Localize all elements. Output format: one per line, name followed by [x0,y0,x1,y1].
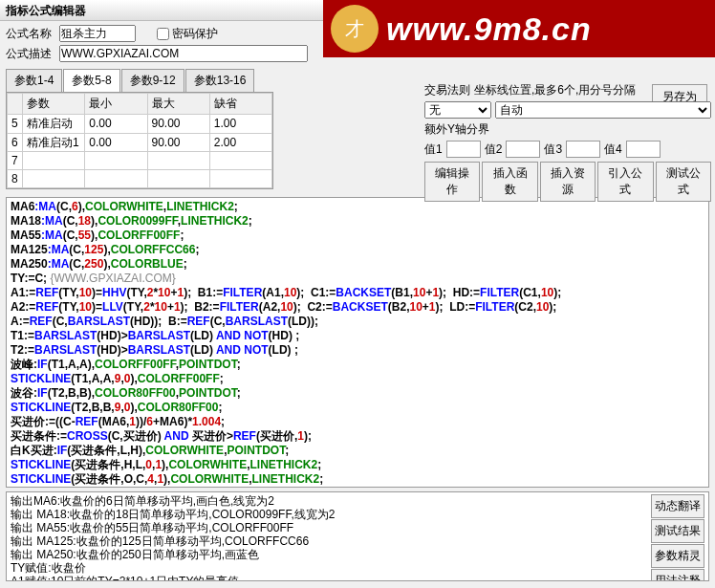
coord-label: 坐标线位置,最多6个,用分号分隔 [474,82,711,98]
output-area: 输出MA6:收盘价的6日简单移动平均,画白色,线宽为2 输出 MA18:收盘价的… [6,491,709,581]
param-name-input[interactable] [27,136,80,149]
tab-params-13-16[interactable]: 参数13-16 [185,69,255,92]
val4-input[interactable] [626,141,661,158]
param-min-input[interactable] [89,136,142,149]
param-wizard-button[interactable]: 参数精灵 [651,544,704,568]
param-min-input[interactable] [89,117,142,130]
output-text: 输出MA6:收盘价的6日简单移动平均,画白色,线宽为2 输出 MA18:收盘价的… [11,494,651,578]
tab-params-5-8[interactable]: 参数5-8 [63,69,119,92]
watermark-url: www.9m8.cn [386,11,592,48]
watermark-banner: 才 www.9m8.cn [323,0,715,57]
desc-label: 公式描述 [6,46,54,62]
param-name-input[interactable] [27,118,80,131]
param-def-input[interactable] [214,136,268,149]
code-editor[interactable]: MA6:MA(C,6),COLORWHITE,LINETHICK2;MA18:M… [6,197,709,488]
param-table: 参数 最小 最大 缺省 5 6 [6,93,273,189]
insert-func-button[interactable]: 插入函数 [482,162,537,202]
param-header-name: 参数 [23,94,85,115]
param-def-input[interactable] [214,117,268,130]
param-row: 5 [8,115,272,134]
tab-params-1-4[interactable]: 参数1-4 [6,69,62,92]
insert-res-button[interactable]: 插入资源 [540,162,596,202]
param-row: 6 [8,133,272,152]
param-row: 8 [8,170,272,188]
param-max-input[interactable] [152,117,206,130]
password-checkbox[interactable] [157,28,169,40]
usage-note-button[interactable]: 用法注释 [651,569,704,581]
val1-input[interactable] [446,141,481,158]
param-header-min: 最小 [85,94,147,115]
param-name-input[interactable] [27,172,80,185]
right-panel: 交易法则 坐标线位置,最多6个,用分号分隔 无 自动 额外Y轴分界 值1 值2 … [424,59,711,202]
param-row: 7 [8,152,272,170]
test-formula-button[interactable]: 测试公式 [656,162,711,202]
param-header-num [8,94,23,115]
watermark-logo: 才 [331,5,379,53]
rule-select[interactable]: 无 [424,101,491,119]
coord-select[interactable]: 自动 [495,101,711,119]
param-header-def: 缺省 [209,94,271,115]
extra-y-label: 额外Y轴分界 [424,121,489,138]
val2-input[interactable] [506,141,540,158]
name-label: 公式名称 [6,26,54,42]
param-name-input[interactable] [27,154,80,167]
test-result-button[interactable]: 测试结果 [651,519,704,543]
edit-ops-button[interactable]: 编辑操作 [424,162,480,202]
dynamic-translate-button[interactable]: 动态翻译 [651,494,704,518]
formula-name-input[interactable] [59,25,136,42]
param-max-input[interactable] [152,136,206,149]
tab-params-9-12[interactable]: 参数9-12 [121,69,184,92]
val3-input[interactable] [566,141,600,158]
formula-desc-input[interactable] [59,45,308,62]
import-formula-button[interactable]: 引入公式 [597,162,653,202]
rule-label: 交易法则 [424,82,470,98]
param-header-max: 最大 [147,94,209,115]
password-label: 密码保护 [172,26,218,42]
param-tabs: 参数1-4 参数5-8 参数9-12 参数13-16 [6,69,273,93]
